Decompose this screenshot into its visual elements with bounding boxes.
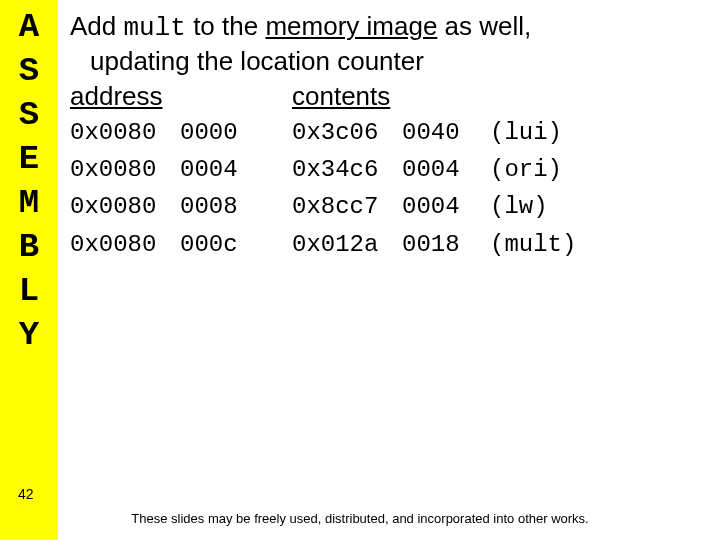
memory-table: 0x008000000x3c060040(lui) 0x008000040x34… [70,114,700,263]
heading: Add mult to the memory image as well, up… [70,10,700,77]
slide-content: Add mult to the memory image as well, up… [70,10,700,263]
table-row: 0x008000080x8cc70004(lw) [70,188,700,225]
header-address: address [70,81,292,112]
cell-addr1: 0x0080 [70,151,180,188]
heading-pre: Add [70,11,124,41]
cell-instr: (mult) [490,226,576,263]
cell-addr2: 0004 [180,151,292,188]
table-row: 0x008000040x34c60004(ori) [70,151,700,188]
heading-mid2: as well, [437,11,531,41]
cell-hex1: 0x34c6 [292,151,402,188]
cell-hex2: 0018 [402,226,490,263]
cell-addr1: 0x0080 [70,188,180,225]
page-number: 42 [18,486,34,502]
cell-instr: (ori) [490,151,562,188]
table-row: 0x0080000c0x012a0018(mult) [70,226,700,263]
cell-hex2: 0004 [402,151,490,188]
heading-mid1: to the [186,11,266,41]
cell-hex2: 0040 [402,114,490,151]
table-headers: address contents [70,81,700,112]
heading-code: mult [124,13,186,43]
heading-line2: updating the location counter [70,46,424,76]
sidebar: ASSEMBLY [0,0,58,540]
table-row: 0x008000000x3c060040(lui) [70,114,700,151]
cell-addr1: 0x0080 [70,226,180,263]
heading-underline: memory image [265,11,437,41]
cell-instr: (lui) [490,114,562,151]
cell-addr2: 000c [180,226,292,263]
cell-hex1: 0x8cc7 [292,188,402,225]
cell-addr1: 0x0080 [70,114,180,151]
cell-hex1: 0x012a [292,226,402,263]
cell-addr2: 0000 [180,114,292,151]
cell-hex1: 0x3c06 [292,114,402,151]
header-contents: contents [292,81,390,112]
cell-addr2: 0008 [180,188,292,225]
sidebar-title: ASSEMBLY [10,8,48,360]
footer-text: These slides may be freely used, distrib… [0,511,720,526]
cell-instr: (lw) [490,188,548,225]
cell-hex2: 0004 [402,188,490,225]
